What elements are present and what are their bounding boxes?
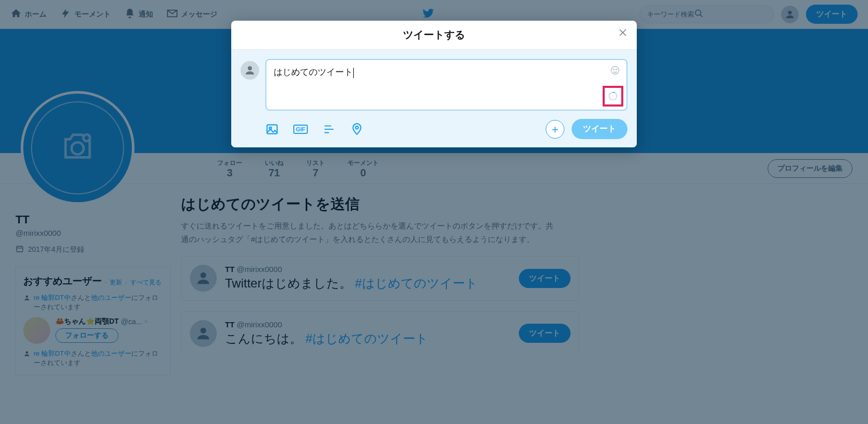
svg-point-19	[609, 93, 617, 100]
add-poll-button[interactable]	[322, 123, 336, 136]
add-gif-button[interactable]: GIF	[293, 125, 308, 134]
add-image-button[interactable]	[265, 123, 279, 136]
add-thread-button[interactable]: ＋	[546, 120, 564, 139]
compose-textarea[interactable]: はじめてのツイート	[265, 59, 627, 111]
emoji-picker-button[interactable]	[610, 65, 620, 78]
character-count-ring-icon	[608, 91, 618, 101]
svg-rect-20	[267, 125, 277, 133]
modal-header: ツイートする	[231, 21, 637, 50]
add-location-button[interactable]	[350, 123, 364, 136]
compose-avatar	[241, 61, 259, 80]
compose-text-content: はじめてのツイート	[274, 67, 353, 77]
character-count-indicator-highlight	[603, 86, 623, 107]
svg-point-25	[356, 126, 358, 129]
svg-point-15	[248, 66, 252, 70]
svg-point-18	[616, 69, 617, 70]
svg-point-16	[611, 67, 619, 74]
modal-title: ツイートする	[403, 28, 465, 42]
submit-tweet-button[interactable]: ツイート	[572, 119, 627, 139]
close-modal-button[interactable]	[618, 28, 627, 40]
compose-tweet-modal: ツイートする はじめてのツイート GIF ＋ ツイ	[231, 21, 637, 147]
svg-point-17	[613, 69, 615, 70]
